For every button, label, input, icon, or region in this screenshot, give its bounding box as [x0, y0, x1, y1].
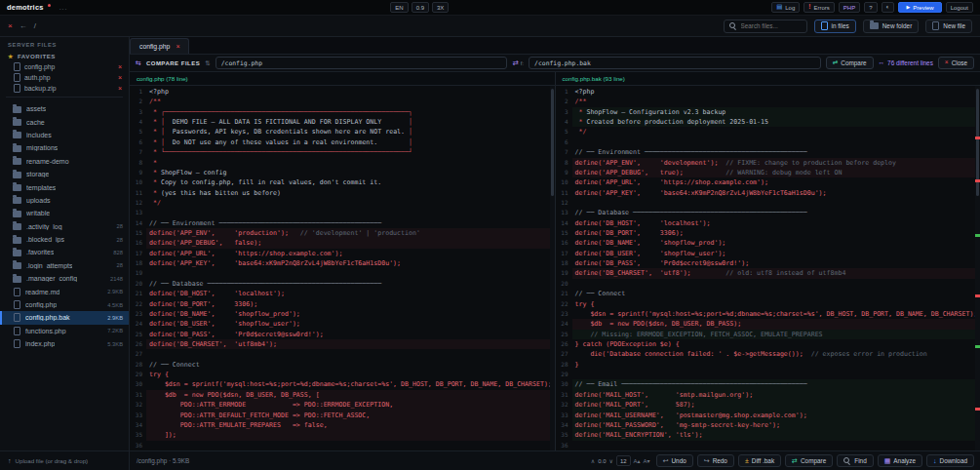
close-icon[interactable]: ×	[8, 22, 13, 30]
line-number: 36	[130, 441, 146, 450]
font-increase-icon[interactable]: A▴	[634, 457, 641, 464]
swap-paths[interactable]: ⇄f:	[512, 59, 524, 67]
tree-item-name: .activity_log	[26, 223, 62, 230]
chevron-down-icon[interactable]: ∨	[608, 457, 612, 464]
tree-item[interactable]: index.php 5.3KB	[0, 337, 129, 350]
topbar-chip[interactable]: EN	[390, 2, 408, 13]
remove-favorite-icon[interactable]: ×	[118, 74, 122, 81]
status-button[interactable]: Find	[837, 454, 873, 467]
errors-button[interactable]: !Errors	[804, 2, 835, 13]
line-number: 30	[556, 379, 572, 389]
line-number: 35	[130, 430, 146, 440]
tree-item[interactable]: .login_attempts 28	[0, 259, 129, 272]
scrollbar-thumb[interactable]	[551, 89, 554, 196]
file-icon	[14, 62, 20, 71]
remove-favorite-icon[interactable]: ×	[118, 63, 122, 70]
tree-item[interactable]: storage	[0, 168, 129, 180]
tree-item[interactable]: functions.php 7.2KB	[0, 325, 129, 337]
code-line: define('DB_USER', 'shopflow_user');	[572, 249, 980, 258]
font-size-value[interactable]: 12	[616, 455, 631, 466]
preview-button[interactable]: ▶Preview	[898, 2, 941, 13]
tree-item-badge: 2.9KB	[107, 315, 123, 321]
status-button-label: Download	[940, 457, 967, 464]
line-number: 34	[556, 420, 572, 430]
status-button[interactable]: ↓ Download	[926, 454, 974, 467]
status-button[interactable]: ↪ Redo	[697, 454, 734, 467]
current-file-info: /config.php · 5.9KB	[137, 457, 189, 464]
scrollbar[interactable]	[550, 86, 555, 450]
search-bar[interactable]	[724, 20, 807, 33]
font-decrease-icon[interactable]: A▾	[644, 457, 650, 464]
topbar-chip[interactable]: 3X	[432, 2, 449, 13]
tree-item[interactable]: rename-demo	[0, 155, 129, 168]
path-root-icon[interactable]: /	[34, 22, 36, 30]
tree-item[interactable]: .favorites 828	[0, 246, 129, 258]
remove-favorite-icon[interactable]: ×	[118, 85, 122, 92]
line-number: 12	[130, 198, 146, 208]
tree-item-name: index.php	[25, 340, 55, 347]
chevron-up-icon[interactable]: ∧	[591, 457, 595, 464]
favorite-item[interactable]: auth.php ×	[0, 72, 129, 83]
status-button[interactable]: ± Diff .bak	[738, 454, 781, 467]
line-number: 1	[556, 87, 572, 97]
log-button[interactable]: ▤Log	[771, 2, 800, 13]
code-line: // ── Environment ──────────────────────…	[572, 147, 980, 157]
tree-item-name: .manager_config	[26, 275, 77, 282]
divider	[6, 97, 123, 98]
code-line: * Copy to config.php, fill in real value…	[146, 177, 555, 187]
status-button[interactable]: ⇄ Compare	[785, 454, 833, 467]
code-line: define('DB_PASS', 'Pr0d$ecret9@ssw0rd!')…	[572, 258, 980, 268]
tree-item[interactable]: .manager_config 2148	[0, 272, 129, 285]
favorite-item[interactable]: config.php ×	[0, 61, 129, 72]
tree-item[interactable]: assets	[0, 102, 129, 115]
left-code-pane[interactable]: 1234567891011121314151617181920212223242…	[130, 86, 556, 450]
line-number: 13	[130, 208, 146, 217]
sort-icon[interactable]: ⇅	[205, 59, 210, 67]
back-icon[interactable]: ←	[20, 22, 27, 30]
tree-item[interactable]: cache	[0, 115, 129, 128]
tree-item[interactable]: includes	[0, 129, 129, 141]
line-number: 27	[556, 349, 572, 359]
file-icon	[14, 313, 20, 322]
search-input[interactable]	[741, 22, 802, 29]
upload-dropzone[interactable]: ↑ Upload file (or drag & drop)	[0, 451, 130, 470]
tree-item[interactable]: migrations	[0, 141, 129, 154]
code-line: * │ Do NOT use any of these values in a …	[146, 137, 555, 147]
tree-item[interactable]: templates	[0, 180, 129, 193]
status-button-label: Redo	[713, 457, 727, 464]
tree-item[interactable]: uploads	[0, 194, 129, 207]
topbar-chip[interactable]: 0.9	[412, 2, 429, 13]
compare-button[interactable]: ⇄Compare	[826, 57, 874, 69]
theme-toggle[interactable]: ◐	[882, 2, 895, 13]
search-in-files-button[interactable]: in files	[814, 20, 856, 33]
code-line: try {	[146, 370, 555, 379]
status-button-label: Find	[854, 457, 866, 464]
tree-item[interactable]: .blocked_ips 28	[0, 233, 129, 246]
code-line: define('DB_NAME', 'shopflow_prod');	[146, 309, 555, 319]
tree-item[interactable]: config.php.bak 2.9KB	[0, 311, 129, 324]
tree-item[interactable]: readme.md 2.9KB	[0, 285, 129, 297]
right-path-input[interactable]	[529, 57, 821, 69]
overflow-menu[interactable]: ...	[59, 4, 68, 11]
tab-close-icon[interactable]: ×	[176, 43, 179, 50]
status-button[interactable]: ▦ Analyze	[878, 454, 922, 467]
tree-item[interactable]: config.php 4.5KB	[0, 298, 129, 311]
tree-item-badge: 2.9KB	[107, 289, 123, 294]
tree-item[interactable]: .activity_log 28	[0, 220, 129, 233]
tab-config-php[interactable]: config.php ×	[130, 38, 189, 54]
help-button[interactable]: ?	[864, 2, 877, 13]
line-number: 15	[130, 228, 146, 238]
scrollbar[interactable]	[975, 86, 980, 450]
php-version-chip[interactable]: PHP	[839, 2, 860, 13]
line-number: 15	[556, 228, 572, 238]
right-code-pane[interactable]: 1234567891011121314151617181920212223242…	[556, 86, 980, 450]
favorite-item[interactable]: backup.zip ×	[0, 83, 129, 94]
star-icon: ★	[8, 53, 14, 59]
logout-button[interactable]: Logout	[946, 2, 973, 13]
new-folder-button[interactable]: New folder	[863, 20, 920, 33]
status-button[interactable]: ↩ Undo	[656, 454, 693, 467]
tree-item[interactable]: writable	[0, 207, 129, 219]
new-file-button[interactable]: New file	[925, 20, 972, 33]
left-path-input[interactable]	[216, 57, 508, 69]
close-compare-button[interactable]: ×Close	[938, 57, 974, 69]
